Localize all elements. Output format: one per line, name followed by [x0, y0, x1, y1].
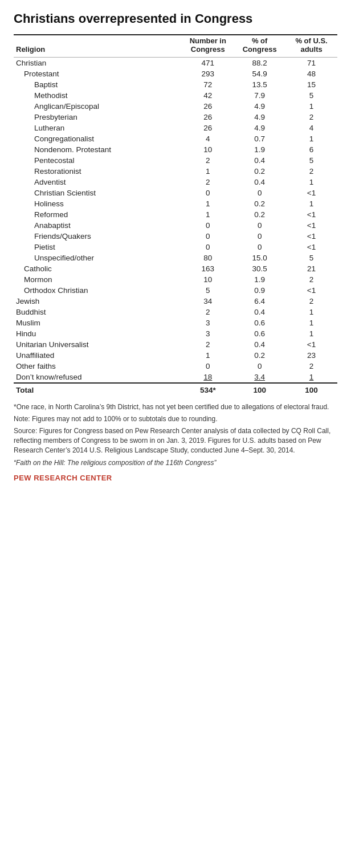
row-label: Catholic: [14, 263, 182, 274]
row-pct-adults: 2: [285, 112, 337, 123]
row-pct-adults: 1: [285, 101, 337, 112]
row-label: Unitarian Universalist: [14, 339, 182, 350]
row-number: 34: [182, 296, 234, 307]
row-number: 3: [182, 328, 234, 339]
row-label: Methodist: [14, 90, 182, 101]
row-label: Hindu: [14, 328, 182, 339]
total-pct-congress: 100: [234, 383, 285, 396]
table-row: Adventist20.41: [14, 177, 337, 188]
row-pct-congress: 3.4: [234, 372, 285, 383]
row-pct-adults: 5: [285, 155, 337, 166]
row-label: Pietist: [14, 242, 182, 252]
row-pct-adults: <1: [285, 285, 337, 296]
table-row: Reformed10.2<1: [14, 209, 337, 220]
row-number: 10: [182, 144, 234, 155]
row-label: Buddhist: [14, 307, 182, 317]
row-pct-congress: 0.2: [234, 350, 285, 361]
row-number: 10: [182, 274, 234, 285]
row-pct-congress: 0.2: [234, 166, 285, 177]
row-label: Baptist: [14, 79, 182, 90]
table-row: Christian47188.271: [14, 58, 337, 69]
row-number: 471: [182, 58, 234, 69]
row-number: 293: [182, 68, 234, 79]
table-row: Mormon101.92: [14, 274, 337, 285]
row-pct-congress: 0: [234, 188, 285, 198]
row-number: 0: [182, 361, 234, 372]
row-pct-adults: 2: [285, 296, 337, 307]
row-number: 1: [182, 198, 234, 209]
row-number: 5: [182, 285, 234, 296]
row-number: 26: [182, 112, 234, 123]
table-row: Jewish346.42: [14, 296, 337, 307]
row-pct-congress: 0.9: [234, 285, 285, 296]
row-pct-congress: 0.4: [234, 155, 285, 166]
row-pct-congress: 0: [234, 242, 285, 252]
row-number: 163: [182, 263, 234, 274]
row-label: Orthodox Christian: [14, 285, 182, 296]
row-pct-adults: <1: [285, 339, 337, 350]
row-label: Holiness: [14, 198, 182, 209]
row-label: Friends/Quakers: [14, 231, 182, 242]
total-label: Total: [14, 383, 182, 396]
table-row: Hindu30.61: [14, 328, 337, 339]
col-header-pct-adults: % of U.S.adults: [285, 35, 337, 58]
row-pct-adults: 1: [285, 198, 337, 209]
footnote-2: Note: Figures may not add to 100% or to …: [14, 414, 337, 424]
table-row: Anabaptist00<1: [14, 220, 337, 231]
row-pct-adults: <1: [285, 242, 337, 252]
row-label: Lutheran: [14, 123, 182, 133]
row-number: 2: [182, 155, 234, 166]
row-pct-congress: 0.4: [234, 307, 285, 317]
row-pct-congress: 4.9: [234, 112, 285, 123]
row-pct-congress: 0: [234, 361, 285, 372]
row-number: 2: [182, 177, 234, 188]
table-row: Congregationalist40.71: [14, 133, 337, 144]
row-pct-congress: 4.9: [234, 123, 285, 133]
row-pct-congress: 0: [234, 220, 285, 231]
row-label: Nondenom. Protestant: [14, 144, 182, 155]
row-pct-adults: 6: [285, 144, 337, 155]
row-number: 0: [182, 242, 234, 252]
footnote-1: *One race, in North Carolina’s 9th Distr…: [14, 402, 337, 412]
row-label: Pentecostal: [14, 155, 182, 166]
row-pct-adults: 1: [285, 328, 337, 339]
row-pct-congress: 0.2: [234, 209, 285, 220]
row-pct-adults: 1: [285, 372, 337, 383]
row-pct-adults: 15: [285, 79, 337, 90]
row-pct-congress: 0: [234, 231, 285, 242]
row-pct-adults: <1: [285, 220, 337, 231]
row-pct-adults: 1: [285, 307, 337, 317]
table-row: Christian Scientist00<1: [14, 188, 337, 198]
row-pct-adults: 1: [285, 317, 337, 328]
row-pct-congress: 0.6: [234, 328, 285, 339]
row-pct-congress: 54.9: [234, 68, 285, 79]
row-pct-congress: 15.0: [234, 252, 285, 263]
row-number: 2: [182, 307, 234, 317]
row-label: Restorationist: [14, 166, 182, 177]
table-row: Anglican/Episcopal264.91: [14, 101, 337, 112]
row-number: 0: [182, 188, 234, 198]
row-number: 42: [182, 90, 234, 101]
footnote-3: Source: Figures for Congress based on Pe…: [14, 426, 337, 455]
table-row: Baptist7213.515: [14, 79, 337, 90]
chart-title: Christians overrepresented in Congress: [14, 11, 337, 26]
row-number: 1: [182, 350, 234, 361]
row-pct-adults: 2: [285, 361, 337, 372]
row-label: Unspecified/other: [14, 252, 182, 263]
row-number: 0: [182, 231, 234, 242]
table-row: Lutheran264.94: [14, 123, 337, 133]
row-number: 26: [182, 101, 234, 112]
row-label: Anabaptist: [14, 220, 182, 231]
row-pct-adults: <1: [285, 209, 337, 220]
total-row: Total534*100100: [14, 383, 337, 396]
table-row: Don’t know/refused183.41: [14, 372, 337, 383]
row-label: Congregationalist: [14, 133, 182, 144]
row-pct-congress: 0.4: [234, 339, 285, 350]
table-row: Unitarian Universalist20.4<1: [14, 339, 337, 350]
row-pct-adults: 23: [285, 350, 337, 361]
table-row: Other faiths002: [14, 361, 337, 372]
source-title: “Faith on the Hill: The religious compos…: [14, 458, 337, 468]
row-pct-adults: 4: [285, 123, 337, 133]
table-row: Protestant29354.948: [14, 68, 337, 79]
row-pct-congress: 6.4: [234, 296, 285, 307]
